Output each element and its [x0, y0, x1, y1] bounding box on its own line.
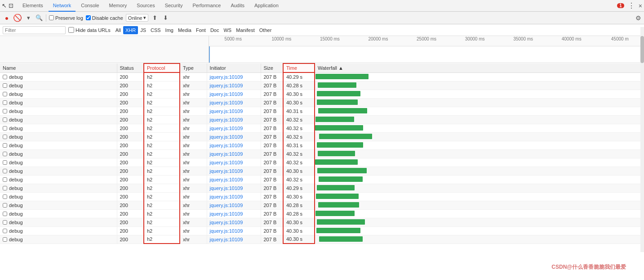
- filter-type-css[interactable]: CSS: [148, 26, 163, 34]
- table-row[interactable]: debug200h2xhrjquery.js:10109207 B40.32 s: [0, 115, 644, 124]
- cell-initiator[interactable]: jquery.js:10109: [207, 192, 261, 201]
- cell-name[interactable]: debug: [0, 81, 117, 90]
- cell-name[interactable]: debug: [0, 72, 117, 81]
- table-row[interactable]: debug200h2xhrjquery.js:10109207 B40.30 s: [0, 226, 644, 235]
- row-checkbox-9[interactable]: [3, 152, 7, 156]
- cell-name[interactable]: debug: [0, 141, 117, 149]
- cell-name[interactable]: debug: [0, 226, 117, 235]
- cell-name[interactable]: debug: [0, 167, 117, 175]
- row-checkbox-11[interactable]: [3, 169, 7, 173]
- row-checkbox-0[interactable]: [3, 75, 7, 79]
- initiator-link[interactable]: jquery.js:10109: [210, 211, 243, 217]
- tab-application[interactable]: Application: [250, 0, 283, 12]
- settings-icon[interactable]: ⚙: [635, 14, 641, 22]
- more-options-icon[interactable]: ⋮: [628, 1, 635, 10]
- preserve-log-label[interactable]: Preserve log: [49, 15, 83, 21]
- initiator-link[interactable]: jquery.js:10109: [210, 91, 243, 97]
- cell-initiator[interactable]: jquery.js:10109: [207, 158, 261, 167]
- cell-initiator[interactable]: jquery.js:10109: [207, 115, 261, 124]
- table-row[interactable]: debug200h2xhrjquery.js:10109207 B40.32 s: [0, 124, 644, 132]
- tab-sources[interactable]: Sources: [132, 0, 159, 12]
- initiator-link[interactable]: jquery.js:10109: [210, 100, 243, 105]
- initiator-link[interactable]: jquery.js:10109: [210, 177, 243, 182]
- header-time[interactable]: Time: [283, 63, 315, 72]
- tab-performance[interactable]: Performance: [188, 0, 225, 12]
- initiator-link[interactable]: jquery.js:10109: [210, 228, 243, 234]
- initiator-link[interactable]: jquery.js:10109: [210, 168, 243, 174]
- table-row[interactable]: debug200h2xhrjquery.js:10109207 B40.30 s: [0, 192, 644, 201]
- table-row[interactable]: debug200h2xhrjquery.js:10109207 B40.30 s: [0, 90, 644, 98]
- cell-initiator[interactable]: jquery.js:10109: [207, 201, 261, 209]
- record-button[interactable]: ●: [3, 14, 11, 22]
- row-checkbox-12[interactable]: [3, 177, 7, 182]
- table-row[interactable]: debug200h2xhrjquery.js:10109207 B40.28 s: [0, 81, 644, 90]
- header-size[interactable]: Size: [261, 63, 283, 72]
- initiator-link[interactable]: jquery.js:10109: [210, 117, 243, 122]
- cell-initiator[interactable]: jquery.js:10109: [207, 81, 261, 90]
- initiator-link[interactable]: jquery.js:10109: [210, 74, 243, 80]
- cell-initiator[interactable]: jquery.js:10109: [207, 175, 261, 184]
- row-checkbox-13[interactable]: [3, 186, 7, 190]
- header-type[interactable]: Type: [180, 63, 207, 72]
- filter-type-doc[interactable]: Doc: [208, 26, 222, 34]
- filter-type-other[interactable]: Other: [257, 26, 274, 34]
- initiator-link[interactable]: jquery.js:10109: [210, 108, 243, 114]
- scrollbar-thumb[interactable]: [640, 36, 644, 63]
- tab-elements[interactable]: Elements: [18, 0, 48, 12]
- cell-name[interactable]: debug: [0, 201, 117, 209]
- cell-initiator[interactable]: jquery.js:10109: [207, 107, 261, 115]
- close-icon[interactable]: ×: [639, 2, 642, 9]
- cell-name[interactable]: debug: [0, 124, 117, 132]
- header-name[interactable]: Name: [0, 63, 117, 72]
- initiator-link[interactable]: jquery.js:10109: [210, 203, 243, 208]
- filter-type-img[interactable]: Img: [163, 26, 176, 34]
- cell-name[interactable]: debug: [0, 90, 117, 98]
- header-protocol[interactable]: Protocol: [144, 63, 180, 72]
- scrollbar[interactable]: [640, 27, 644, 252]
- table-row[interactable]: debug200h2xhrjquery.js:10109207 B40.29 s: [0, 184, 644, 192]
- row-checkbox-4[interactable]: [3, 109, 7, 113]
- table-row[interactable]: debug200h2xhrjquery.js:10109207 B40.30 s: [0, 167, 644, 175]
- initiator-link[interactable]: jquery.js:10109: [210, 134, 243, 140]
- filter-type-xhr[interactable]: XHR: [123, 26, 138, 34]
- cell-name[interactable]: debug: [0, 98, 117, 107]
- row-checkbox-2[interactable]: [3, 92, 7, 96]
- row-checkbox-10[interactable]: [3, 160, 7, 165]
- cell-name[interactable]: debug: [0, 132, 117, 141]
- row-checkbox-7[interactable]: [3, 135, 7, 139]
- cell-name[interactable]: debug: [0, 175, 117, 184]
- initiator-link[interactable]: jquery.js:10109: [210, 83, 243, 88]
- table-row[interactable]: debug200h2xhrjquery.js:10109207 B40.32 s: [0, 158, 644, 167]
- table-row[interactable]: debug200h2xhrjquery.js:10109207 B40.32 s: [0, 149, 644, 158]
- tab-console[interactable]: Console: [76, 0, 103, 12]
- initiator-link[interactable]: jquery.js:10109: [210, 237, 243, 242]
- table-row[interactable]: debug200h2xhrjquery.js:10109207 B40.29 s: [0, 72, 644, 81]
- tab-security[interactable]: Security: [160, 0, 187, 12]
- cell-initiator[interactable]: jquery.js:10109: [207, 218, 261, 226]
- disable-cache-checkbox[interactable]: [86, 15, 91, 20]
- table-row[interactable]: debug200h2xhrjquery.js:10109207 B40.28 s: [0, 209, 644, 218]
- row-checkbox-3[interactable]: [3, 100, 7, 105]
- table-row[interactable]: debug200h2xhrjquery.js:10109207 B40.31 s: [0, 107, 644, 115]
- filter-type-ws[interactable]: WS: [221, 26, 234, 34]
- filter-input[interactable]: [3, 26, 66, 34]
- hide-data-urls-checkbox[interactable]: [68, 27, 74, 33]
- cell-name[interactable]: debug: [0, 158, 117, 167]
- row-checkbox-18[interactable]: [3, 229, 7, 233]
- filter-icon[interactable]: ▾: [24, 14, 32, 22]
- cell-name[interactable]: debug: [0, 184, 117, 192]
- filter-type-manifest[interactable]: Manifest: [234, 26, 257, 34]
- table-row[interactable]: debug200h2xhrjquery.js:10109207 B40.30 s: [0, 218, 644, 226]
- row-checkbox-16[interactable]: [3, 212, 7, 216]
- cell-name[interactable]: debug: [0, 115, 117, 124]
- header-waterfall[interactable]: Waterfall ▲: [315, 63, 644, 72]
- row-checkbox-19[interactable]: [3, 237, 7, 242]
- row-checkbox-17[interactable]: [3, 220, 7, 225]
- clear-button[interactable]: 🚫: [13, 14, 22, 22]
- cell-initiator[interactable]: jquery.js:10109: [207, 141, 261, 149]
- table-row[interactable]: debug200h2xhrjquery.js:10109207 B40.28 s: [0, 201, 644, 209]
- cell-name[interactable]: debug: [0, 209, 117, 218]
- cell-initiator[interactable]: jquery.js:10109: [207, 72, 261, 81]
- filter-type-media[interactable]: Media: [176, 26, 194, 34]
- row-checkbox-6[interactable]: [3, 126, 7, 131]
